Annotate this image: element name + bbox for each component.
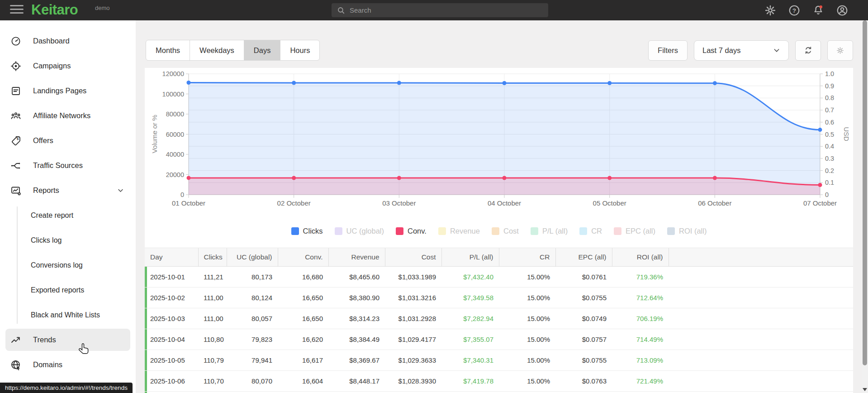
help-icon[interactable]: ? <box>788 5 800 16</box>
keitaro-logo[interactable]: Keitaro <box>31 2 78 18</box>
legend-item-epc-all-[interactable]: EPC (all) <box>614 227 655 235</box>
sidebar-item-create-report[interactable]: Create report <box>0 203 136 228</box>
svg-text:0.1: 0.1 <box>825 179 834 186</box>
trends-table: DayClicksUC (global)Conv.RevenueCostP/L … <box>145 248 853 393</box>
legend-swatch <box>531 227 538 235</box>
cell-uc-global-: 80,057 <box>227 308 278 329</box>
cell-uc-global-: 80,173 <box>227 267 278 288</box>
scrollbar-down-arrow[interactable] <box>863 388 867 391</box>
column-header-roi-all-: ROI (all) <box>612 248 669 267</box>
column-header-clicks: Clicks <box>198 248 227 267</box>
svg-text:04 October: 04 October <box>488 199 521 207</box>
sidebar-item-conversions-log[interactable]: Conversions log <box>0 253 136 278</box>
cell-day: 2025-10-04 <box>145 329 198 350</box>
cell-clicks: 111,00 <box>198 308 227 329</box>
svg-text:0: 0 <box>825 191 829 198</box>
cell-revenue: $8,384.49 <box>328 329 385 350</box>
cell-revenue: $8,465.60 <box>328 267 385 288</box>
table-row: 2025-10-03111,0080,05716,650$8,314.23$1,… <box>145 308 853 329</box>
cell-cr: 15.00% <box>499 288 555 308</box>
cell-conv-: 9,669 <box>278 392 328 393</box>
cell-conv-: 16,680 <box>278 267 328 288</box>
legend-swatch <box>335 227 342 235</box>
svg-text:Volume or %: Volume or % <box>151 115 158 153</box>
tab-months[interactable]: Months <box>146 40 190 61</box>
notifications-bell-icon[interactable] <box>812 5 824 16</box>
sidebar-item-dashboard[interactable]: Dashboard <box>0 29 136 53</box>
legend-swatch <box>667 227 675 235</box>
legend-swatch <box>291 227 299 235</box>
sidebar-item-landings-pages[interactable]: Landings Pages <box>0 78 136 103</box>
cell-cr: 15.00% <box>499 329 555 350</box>
account-icon[interactable] <box>836 5 848 16</box>
sidebar-item-exported-reports[interactable]: Exported reports <box>0 278 136 302</box>
env-badge: demo <box>95 5 110 11</box>
global-search[interactable] <box>332 3 548 17</box>
cell-uc-global-: 79,941 <box>227 350 278 371</box>
legend-item-revenue[interactable]: Revenue <box>438 227 480 235</box>
status-url: https://demo.keitaro.io/admin/#!/trends/… <box>5 384 128 391</box>
column-header-uc-global-: UC (global) <box>227 248 278 267</box>
sidebar-item-campaigns[interactable]: Campaigns <box>0 53 136 78</box>
column-header-spacer <box>669 248 853 267</box>
cell-epc-all-: $0.0757 <box>555 329 612 350</box>
filters-button[interactable]: Filters <box>648 40 688 61</box>
sidebar-item-black-and-white-lists[interactable]: Black and White Lists <box>0 302 136 327</box>
cell-conv-: 16,620 <box>278 329 328 350</box>
scrollbar-thumb[interactable] <box>863 20 867 365</box>
chart-settings-button[interactable] <box>827 40 853 61</box>
legend-item-cr[interactable]: CR <box>579 227 602 235</box>
sidebar-item-trends[interactable]: Trends <box>5 329 130 351</box>
svg-text:0.5: 0.5 <box>825 131 834 138</box>
cell-roi-all-: 713.09% <box>612 350 669 371</box>
sidebar-item-domains[interactable]: Domains <box>0 352 136 377</box>
cell-spacer <box>669 392 853 393</box>
legend-item-cost[interactable]: Cost <box>492 227 519 235</box>
gear-icon <box>836 46 844 55</box>
table-row: 2025-10-0764,4644,4579,669$4,602.44$527.… <box>145 392 853 393</box>
svg-text:20000: 20000 <box>166 171 184 178</box>
cell-p-l-all-: $7,419.78 <box>441 371 499 392</box>
refresh-button[interactable] <box>795 40 821 61</box>
legend-item-p-l-all-[interactable]: P/L (all) <box>531 227 568 235</box>
settings-gear-icon[interactable] <box>764 5 776 16</box>
sidebar-item-affiliate-networks[interactable]: Affiliate Networks <box>0 103 136 128</box>
legend-item-conv-[interactable]: Conv. <box>396 227 427 235</box>
date-range-value: Last 7 days <box>702 46 740 55</box>
cell-clicks: 110,79 <box>198 350 227 371</box>
legend-swatch <box>492 227 499 235</box>
cell-day: 2025-10-01 <box>145 267 198 288</box>
cell-cost: $527.8963 <box>385 392 441 393</box>
tab-weekdays[interactable]: Weekdays <box>190 40 244 61</box>
hamburger-menu-button[interactable] <box>10 5 24 15</box>
legend-item-clicks[interactable]: Clicks <box>291 227 323 235</box>
sidebar-item-clicks-log[interactable]: Clicks log <box>0 228 136 253</box>
search-input[interactable] <box>350 6 543 14</box>
status-url-tooltip: https://demo.keitaro.io/admin/#!/trends/… <box>0 383 133 393</box>
cell-spacer <box>669 267 853 288</box>
cell-revenue: $8,448.17 <box>328 371 385 392</box>
cell-cost: $1,033.1989 <box>385 267 441 288</box>
tab-days[interactable]: Days <box>244 40 281 61</box>
legend-item-roi-all-[interactable]: ROI (all) <box>667 227 707 235</box>
legend-item-uc-global-[interactable]: UC (global) <box>335 227 384 235</box>
cell-revenue: $8,369.67 <box>328 350 385 371</box>
sidebar-item-offers[interactable]: $Offers <box>0 128 136 153</box>
sidebar-item-traffic-sources[interactable]: Traffic Sources <box>0 153 136 178</box>
cell-roi-all-: 771.85% <box>612 392 669 393</box>
sidebar-item-reports[interactable]: Reports <box>0 178 136 203</box>
svg-text:0.7: 0.7 <box>825 106 834 114</box>
cell-day: 2025-10-07 <box>145 392 198 393</box>
cell-p-l-all-: $7,432.40 <box>441 267 499 288</box>
topbar: Keitaro demo ? <box>0 0 868 20</box>
search-icon <box>337 6 345 14</box>
cell-p-l-all-: $7,340.31 <box>441 350 499 371</box>
svg-text:02 October: 02 October <box>277 199 311 207</box>
svg-text:120000: 120000 <box>162 70 184 77</box>
domains-icon <box>10 359 21 370</box>
legend-swatch <box>579 227 587 235</box>
date-range-select[interactable]: Last 7 days <box>694 40 789 61</box>
cell-cost: $1,028.3930 <box>385 371 441 392</box>
svg-text:80000: 80000 <box>166 110 184 118</box>
tab-hours[interactable]: Hours <box>280 40 320 61</box>
